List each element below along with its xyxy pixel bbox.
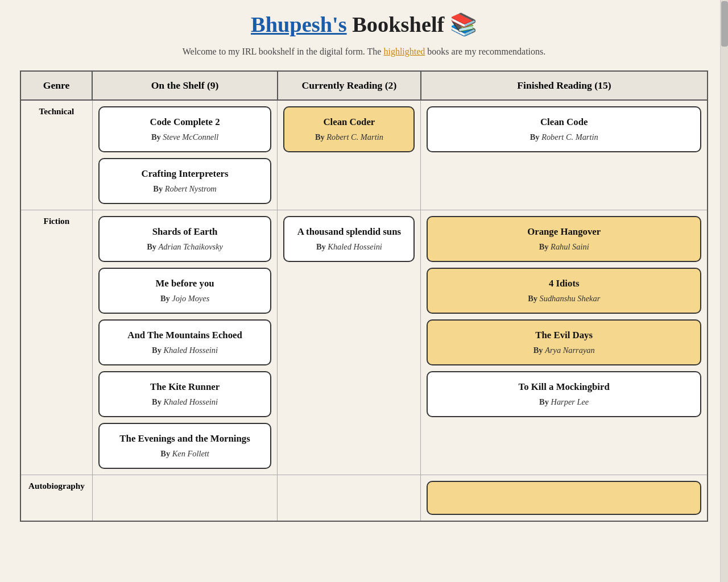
- genre-cell: Technical: [20, 100, 92, 210]
- title-rest: Bookshelf 📚: [347, 13, 477, 36]
- book-card: The Evil DaysBy Arya Narrayan: [427, 319, 701, 365]
- book-title: To Kill a Mockingbird: [439, 381, 689, 393]
- author-name: Steve McConnell: [163, 132, 218, 142]
- book-author: By Arya Narrayan: [439, 346, 689, 355]
- book-author: By Khaled Hosseini: [111, 397, 259, 407]
- book-card: And The Mountains EchoedBy Khaled Hossei…: [98, 319, 272, 365]
- author-name: Khaled Hosseini: [328, 242, 382, 251]
- author-name: Sudhanshu Shekar: [540, 294, 601, 303]
- author-name: Jojo Moyes: [172, 294, 209, 303]
- by-label: By: [316, 242, 328, 251]
- author-name: Arya Narrayan: [545, 346, 595, 355]
- by-label: By: [152, 346, 163, 355]
- subtitle: Welcome to my IRL bookshelf in the digit…: [20, 47, 708, 57]
- book-title: The Evil Days: [439, 330, 689, 341]
- book-author: By Jojo Moyes: [111, 294, 259, 304]
- title-link[interactable]: Bhupesh's: [251, 13, 347, 36]
- by-label: By: [528, 294, 539, 303]
- book-title: 4 Idiots: [439, 278, 689, 289]
- subtitle-highlighted: highlighted: [383, 47, 425, 56]
- author-name: Harper Lee: [551, 397, 589, 406]
- by-label: By: [533, 346, 545, 355]
- reading-cell: [278, 475, 421, 522]
- book-author: By Harper Lee: [439, 397, 689, 407]
- book-card: The Evenings and the MorningsBy Ken Foll…: [98, 423, 272, 469]
- by-label: By: [151, 132, 163, 142]
- header-reading: Currently Reading (2): [278, 71, 421, 100]
- shelf-cell: Code Complete 2By Steve McConnellCraftin…: [92, 100, 278, 210]
- book-author: By Steve McConnell: [111, 132, 259, 142]
- book-title: Clean Coder: [296, 117, 402, 128]
- book-author: By Robert C. Martin: [296, 132, 402, 142]
- book-title: A thousand splendid suns: [296, 226, 402, 238]
- author-name: Rahul Saini: [551, 242, 589, 251]
- author-name: Robert C. Martin: [326, 132, 383, 142]
- table-row: Autobiography: [20, 475, 708, 522]
- subtitle-before: Welcome to my IRL bookshelf in the digit…: [183, 47, 384, 56]
- book-card: Code Complete 2By Steve McConnell: [98, 106, 272, 152]
- genre-cell: Autobiography: [20, 475, 92, 522]
- book-title: Code Complete 2: [111, 117, 259, 128]
- table-row: TechnicalCode Complete 2By Steve McConne…: [20, 100, 708, 210]
- finished-cell: Clean CodeBy Robert C. Martin: [421, 100, 708, 210]
- book-card: A thousand splendid sunsBy Khaled Hossei…: [283, 216, 415, 262]
- by-label: By: [160, 294, 172, 303]
- book-card: Clean CoderBy Robert C. Martin: [283, 106, 415, 152]
- book-card: The Kite RunnerBy Khaled Hosseini: [98, 371, 272, 417]
- author-name: Robert Nystrom: [165, 184, 217, 193]
- book-title: Me before you: [111, 278, 259, 289]
- genre-cell: Fiction: [20, 210, 92, 475]
- author-name: Khaled Hosseini: [163, 346, 218, 355]
- by-label: By: [152, 397, 163, 406]
- subtitle-after: books are my recommendations.: [425, 47, 545, 56]
- header-finished: Finished Reading (15): [421, 71, 708, 100]
- book-title: And The Mountains Echoed: [111, 330, 259, 341]
- header-shelf: On the Shelf (9): [92, 71, 278, 100]
- book-author: By Robert C. Martin: [439, 132, 689, 142]
- book-title: The Kite Runner: [111, 381, 259, 393]
- reading-cell: Clean CoderBy Robert C. Martin: [278, 100, 421, 210]
- book-title: Crafting Interpreters: [111, 168, 259, 180]
- book-card: 4 IdiotsBy Sudhanshu Shekar: [427, 268, 701, 314]
- book-card: To Kill a MockingbirdBy Harper Lee: [427, 371, 701, 417]
- by-label: By: [530, 132, 541, 142]
- page-wrapper: Bhupesh's Bookshelf 📚 Welcome to my IRL …: [20, 0, 708, 533]
- author-name: Adrian Tchaikovsky: [159, 242, 223, 251]
- by-label: By: [539, 397, 551, 406]
- shelf-cell: [92, 475, 278, 522]
- book-title: Clean Code: [439, 117, 689, 128]
- book-author: By Khaled Hosseini: [111, 346, 259, 355]
- book-author: By Ken Follett: [111, 449, 259, 459]
- finished-cell: Orange HangoverBy Rahul Saini4 IdiotsBy …: [421, 210, 708, 475]
- header-genre: Genre: [20, 71, 92, 100]
- reading-cell: A thousand splendid sunsBy Khaled Hossei…: [278, 210, 421, 475]
- bookshelf-table: Genre On the Shelf (9) Currently Reading…: [20, 70, 708, 522]
- book-card: Shards of EarthBy Adrian Tchaikovsky: [98, 216, 272, 262]
- book-title: The Evenings and the Mornings: [111, 433, 259, 444]
- by-label: By: [539, 242, 551, 251]
- book-author: By Sudhanshu Shekar: [439, 294, 689, 304]
- author-name: Khaled Hosseini: [163, 397, 218, 406]
- table-header-row: Genre On the Shelf (9) Currently Reading…: [20, 71, 708, 100]
- book-card: Me before youBy Jojo Moyes: [98, 268, 272, 314]
- author-name: Robert C. Martin: [541, 132, 598, 142]
- shelf-cell: Shards of EarthBy Adrian TchaikovskyMe b…: [92, 210, 278, 475]
- book-author: By Robert Nystrom: [111, 184, 259, 194]
- scrollbar[interactable]: [720, 0, 728, 582]
- book-author: By Khaled Hosseini: [296, 242, 402, 252]
- book-card: Clean CodeBy Robert C. Martin: [427, 106, 701, 152]
- finished-cell: [421, 475, 708, 522]
- page-title: Bhupesh's Bookshelf 📚: [20, 11, 708, 38]
- by-label: By: [147, 242, 158, 251]
- book-author: By Adrian Tchaikovsky: [111, 242, 259, 252]
- book-card: [427, 481, 701, 515]
- scrollbar-thumb[interactable]: [721, 1, 728, 47]
- by-label: By: [160, 449, 172, 458]
- book-title: Orange Hangover: [439, 226, 689, 238]
- author-name: Ken Follett: [172, 449, 209, 458]
- table-row: FictionShards of EarthBy Adrian Tchaikov…: [20, 210, 708, 475]
- book-card: Orange HangoverBy Rahul Saini: [427, 216, 701, 262]
- book-author: By Rahul Saini: [439, 242, 689, 252]
- by-label: By: [315, 132, 326, 142]
- book-card: Crafting InterpretersBy Robert Nystrom: [98, 158, 272, 204]
